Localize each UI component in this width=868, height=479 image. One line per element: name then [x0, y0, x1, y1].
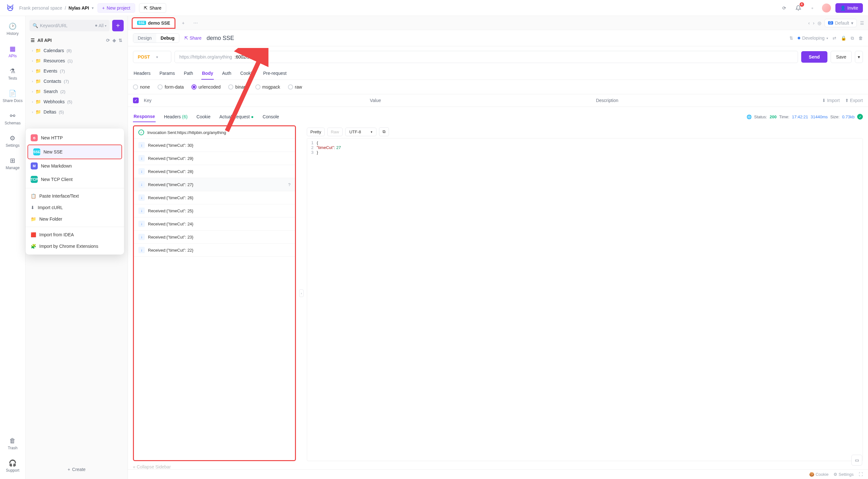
body-type-none[interactable]: none — [133, 84, 150, 90]
target-icon[interactable]: ◈ — [113, 38, 116, 43]
mode-design[interactable]: Design — [133, 34, 156, 42]
event-row[interactable]: ↓Received:{"timeCut": 22} — [134, 244, 295, 257]
collapse-sidebar[interactable]: « Collapse Sidebar — [128, 464, 868, 470]
send-button[interactable]: Send — [801, 51, 828, 63]
raw-button[interactable]: Raw — [327, 127, 343, 136]
save-button[interactable]: Save — [831, 51, 852, 63]
menu-new-markdown[interactable]: MNew Markdown — [26, 159, 124, 173]
nav-settings[interactable]: ⚙Settings — [4, 133, 21, 149]
event-row[interactable]: ↓Received:{"timeCut": 30} — [134, 139, 295, 152]
req-tab-headers[interactable]: Headers — [133, 67, 151, 80]
share-button[interactable]: ⇱ Share — [139, 3, 166, 13]
req-tab-cookie[interactable]: Cookie — [240, 67, 255, 80]
menu-paste[interactable]: 📋Paste Interface/Text — [26, 190, 124, 202]
pretty-button[interactable]: Pretty — [307, 127, 325, 136]
menu-import-curl[interactable]: ⬇Import cURL — [26, 202, 124, 213]
add-button[interactable]: + — [112, 20, 124, 31]
archive-icon[interactable]: ▫ — [807, 3, 817, 13]
event-row[interactable]: ↓Received:{"timeCut": 24} — [134, 217, 295, 231]
refresh-icon[interactable]: ⟳ — [106, 38, 110, 43]
tab-demo-sse[interactable]: SSE demo SSE — [132, 17, 176, 29]
bell-icon[interactable]: 4 — [793, 3, 803, 13]
event-row[interactable]: ✓Invocation Sent:https://httpbin.org/any… — [134, 126, 295, 139]
nav-history[interactable]: 🕑History — [5, 21, 20, 37]
menu-import-idea[interactable]: 🟥Import from IDEA — [26, 229, 124, 240]
search-input[interactable]: 🔍 Keyword/URL All▾ — [29, 20, 110, 31]
copy-icon[interactable]: ⧉ — [851, 35, 854, 41]
export-button[interactable]: ⬆ Export — [845, 98, 863, 103]
menu-new-folder[interactable]: 📁New Folder — [26, 213, 124, 225]
all-api-header[interactable]: ☰ All API ⟳ ◈ ⇅ — [26, 35, 127, 46]
nav-schemas[interactable]: ⚯Schemas — [3, 111, 22, 127]
body-type-msgpack[interactable]: msgpack — [255, 84, 280, 90]
url-input[interactable]: https://httpbin.org/anything :6002/sse — [175, 51, 798, 63]
req-tab-params[interactable]: Params — [159, 67, 176, 80]
target-icon[interactable]: ◎ — [817, 21, 822, 26]
req-tab-auth[interactable]: Auth — [221, 67, 232, 80]
body-type-binary[interactable]: binary — [228, 84, 247, 90]
body-type-form-data[interactable]: form-data — [158, 84, 184, 90]
add-tab-button[interactable]: + — [179, 21, 187, 26]
event-row[interactable]: ↓Received:{"timeCut": 27}? — [134, 178, 295, 191]
tree-item[interactable]: ›📁Deltas (5) — [28, 107, 125, 117]
more-tabs-icon[interactable]: ⋯ — [191, 21, 200, 26]
import-button[interactable]: ⬇ Import — [822, 98, 840, 103]
status-pill[interactable]: Developing▾ — [798, 35, 828, 40]
new-project-button[interactable]: + New project — [97, 3, 135, 13]
nav-fwd-icon[interactable]: › — [813, 21, 815, 26]
mode-debug[interactable]: Debug — [156, 34, 179, 42]
nav-back-icon[interactable]: ‹ — [808, 21, 810, 26]
menu-new-sse[interactable]: SSENew SSE — [28, 145, 122, 159]
layout-button[interactable]: ▭ — [851, 455, 862, 466]
help-icon[interactable]: ? — [288, 182, 290, 187]
body-type-raw[interactable]: raw — [288, 84, 302, 90]
footer-cookie[interactable]: 🍪 Cookie — [809, 472, 828, 477]
event-row[interactable]: ↓Received:{"timeCut": 23} — [134, 231, 295, 244]
nav-share-docs[interactable]: 📄Share Docs — [1, 88, 24, 104]
tree-item[interactable]: ›📁Webhooks (5) — [28, 96, 125, 107]
invite-button[interactable]: 👤 Invite — [835, 3, 863, 13]
nav-support[interactable]: 🎧Support — [4, 458, 21, 474]
sort-icon[interactable]: ⇅ — [119, 38, 122, 43]
menu-new-http[interactable]: ⎋New HTTP — [26, 131, 124, 145]
tree-item[interactable]: ›📁Contacts (7) — [28, 76, 125, 86]
method-select[interactable]: POST ▾ — [133, 51, 171, 63]
nav-manage[interactable]: ⊞Manage — [4, 155, 21, 171]
event-row[interactable]: ↓Received:{"timeCut": 29} — [134, 152, 295, 165]
env-selector[interactable]: D Default ▾ — [825, 19, 857, 27]
chevron-down-icon[interactable]: ▾ — [92, 6, 94, 10]
resp-tab-console[interactable]: Console — [262, 112, 280, 122]
expand-icon[interactable]: ⛶ — [859, 472, 863, 477]
workspace-name[interactable]: Frank personal space — [19, 5, 62, 10]
event-row[interactable]: ↓Received:{"timeCut": 25} — [134, 204, 295, 217]
project-name[interactable]: Nylas API — [69, 5, 89, 10]
req-tab-path[interactable]: Path — [183, 67, 194, 80]
copy-icon[interactable]: ⧉ — [379, 127, 389, 136]
share-link[interactable]: ⇱ Share — [184, 35, 202, 40]
event-row[interactable]: ↓Received:{"timeCut": 28} — [134, 165, 295, 178]
nav-tests[interactable]: ⚗Tests — [7, 66, 18, 82]
event-row[interactable]: ↓Received:{"timeCut": 26} — [134, 191, 295, 204]
avatar[interactable] — [822, 3, 832, 13]
nav-apis[interactable]: ▦APIs — [7, 43, 18, 59]
tree-item[interactable]: ›📁Search (2) — [28, 86, 125, 96]
tree-item[interactable]: ›📁Events (7) — [28, 66, 125, 76]
checkbox-all[interactable]: ✓ — [133, 97, 139, 103]
trash-icon[interactable]: 🗑 — [859, 35, 863, 40]
tree-item[interactable]: ›📁Resources (1) — [28, 56, 125, 66]
create-button[interactable]: +Create — [29, 463, 124, 475]
tree-item[interactable]: ›📁Calendars (8) — [28, 46, 125, 56]
menu-new-tcp[interactable]: TCPNew TCP Client — [26, 173, 124, 186]
encoding-select[interactable]: UTF-8▾ — [345, 127, 376, 136]
req-tab-pre-request[interactable]: Pre-request — [262, 67, 287, 80]
app-logo[interactable] — [5, 3, 16, 13]
panel-divider[interactable]: › — [299, 289, 304, 297]
footer-settings[interactable]: ⚙ Settings — [834, 472, 854, 477]
menu-icon[interactable]: ☰ — [860, 21, 864, 26]
body-type-urlencoded[interactable]: urlencoded — [191, 84, 220, 90]
resp-tab-headers[interactable]: Headers (6) — [163, 112, 188, 122]
save-dropdown[interactable]: ▾ — [855, 51, 863, 63]
menu-import-chrome[interactable]: 🧩Import by Chrome Extensions — [26, 240, 124, 252]
req-tab-body[interactable]: Body — [202, 67, 214, 80]
json-viewer[interactable]: 1{2 "timeCut": 273} — [307, 138, 863, 461]
